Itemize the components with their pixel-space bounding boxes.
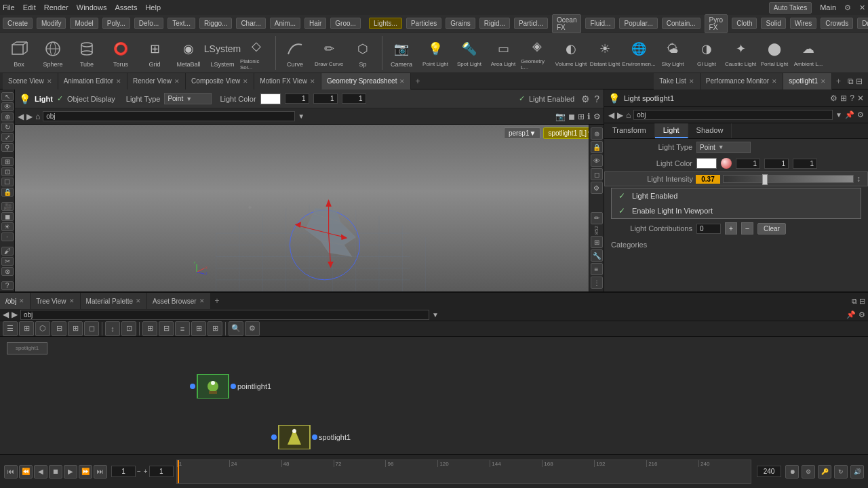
close-perf-monitor-icon[interactable]: ✕: [772, 78, 777, 85]
bt-zoom-out-btn[interactable]: ⚙: [245, 321, 260, 336]
close-take-list-icon[interactable]: ✕: [689, 78, 694, 85]
bt-align4-btn[interactable]: ⊞: [208, 321, 222, 336]
bt-zoom-in-btn[interactable]: 🔍: [229, 321, 243, 336]
light-color-r-prop[interactable]: [736, 159, 760, 169]
prop-tab-shadow[interactable]: Shadow: [688, 123, 732, 138]
wires-btn[interactable]: Wires: [790, 18, 817, 29]
particle-icon[interactable]: ·: [1, 232, 14, 241]
tl-audio-btn[interactable]: 🔊: [850, 465, 864, 479]
play-btn[interactable]: ▶: [64, 465, 77, 479]
vp-tool-5[interactable]: ⚙: [591, 182, 603, 194]
vp-tool-10[interactable]: ⋮: [591, 277, 603, 289]
tool-volumelight[interactable]: ◐ Volume Light: [555, 34, 587, 72]
tab-geometry-spreadsheet[interactable]: Geometry Spreadsheet ✕: [321, 73, 411, 89]
tool-ambientl[interactable]: ☁ Ambient L...: [792, 34, 825, 72]
ocean-btn[interactable]: Ocean FX: [552, 14, 581, 33]
vp-tool-1[interactable]: ⊕: [591, 127, 603, 140]
crowds-btn[interactable]: Crowds: [821, 18, 853, 29]
light-icon-left[interactable]: ☀: [1, 222, 14, 231]
defo-btn[interactable]: Defo...: [134, 18, 163, 29]
contain-btn[interactable]: Contain...: [662, 18, 701, 29]
light-intensity-val[interactable]: 0.37: [696, 175, 720, 184]
vp-tool-4[interactable]: ◻: [591, 168, 603, 180]
hair-btn[interactable]: Hair: [304, 18, 326, 29]
viewport-settings-icon[interactable]: ⚙: [593, 112, 601, 121]
tool-portallight[interactable]: ⬤ Portal Light: [758, 34, 791, 72]
dd-item-enable-viewport[interactable]: ✓ Enable Light In Viewport: [612, 203, 861, 218]
drive-btn[interactable]: Drive...: [857, 18, 868, 29]
snap-tool[interactable]: ⊞: [1, 157, 14, 166]
bottom-back-icon[interactable]: ◀: [3, 310, 9, 319]
frame-step-minus[interactable]: −: [136, 468, 142, 475]
menu-assets[interactable]: Assets: [115, 3, 137, 12]
bt-thumb-btn[interactable]: ◻: [84, 321, 99, 336]
tool-distantlight[interactable]: ☀ Distant Light: [589, 34, 621, 72]
bt-layout-btn[interactable]: ⊞: [142, 321, 157, 336]
bottom-split-icon[interactable]: ⊟: [859, 297, 865, 306]
bt-align-btn[interactable]: ⊟: [159, 321, 174, 336]
rp-home-icon[interactable]: ⌂: [626, 110, 631, 120]
rp-path-field[interactable]: [633, 110, 833, 120]
vp-tool-8[interactable]: 🔧: [591, 249, 603, 262]
menu-edit[interactable]: Edit: [23, 3, 36, 12]
tool-grid[interactable]: ⊞ Grid: [138, 34, 171, 72]
menu-render[interactable]: Render: [44, 3, 68, 12]
object-display-check[interactable]: ✓: [57, 94, 63, 103]
viewport-render-icon[interactable]: ◼: [568, 112, 575, 121]
pyro-btn[interactable]: Pyro FX: [705, 14, 728, 33]
modify-btn[interactable]: Modify: [37, 18, 66, 29]
panel-split-icon[interactable]: ⊟: [856, 77, 863, 86]
go-to-start-btn[interactable]: ⏮: [4, 465, 18, 479]
light-color-swatch-toolbar[interactable]: [260, 94, 281, 104]
tab-composite-view[interactable]: Composite View ✕: [186, 73, 254, 89]
tool-pointlight[interactable]: 💡 Point Light: [419, 34, 452, 72]
close-animation-editor-icon[interactable]: ✕: [116, 78, 121, 85]
viewport[interactable]: persp1▼ spotlight1 [L]▼: [15, 125, 604, 291]
rp-help-icon[interactable]: ?: [850, 94, 854, 103]
popular-btn[interactable]: Popular...: [619, 18, 657, 29]
riggo-btn[interactable]: Riggo...: [199, 18, 232, 29]
prop-tab-light[interactable]: Light: [655, 123, 688, 138]
anim-btn[interactable]: Anim...: [270, 18, 300, 29]
play-back-btn[interactable]: ◀: [34, 465, 47, 479]
light-color-g-prop[interactable]: [764, 159, 789, 169]
bt-sort-btn[interactable]: ↕: [105, 321, 120, 336]
light-help-icon[interactable]: ?: [594, 94, 599, 104]
tool-lsystem[interactable]: LSystem LSystem: [206, 34, 239, 72]
tl-keys-btn[interactable]: 🔑: [818, 465, 831, 479]
add-bottom-tab-icon[interactable]: +: [211, 296, 224, 306]
timeline-track[interactable]: 1 24 48 72 96 120 144 168 192 216 240: [176, 460, 751, 484]
rp-pin-icon[interactable]: 📌: [845, 110, 854, 119]
frame-end-input[interactable]: [149, 466, 174, 477]
tool-tube[interactable]: Tube: [71, 34, 103, 72]
tool-gilight[interactable]: ◑ GI Light: [690, 34, 723, 72]
close-scene-view-icon[interactable]: ✕: [47, 78, 52, 85]
paint-tool[interactable]: 🖌: [1, 247, 14, 256]
tab-take-list[interactable]: Take List ✕: [654, 73, 700, 89]
close-material-palette-icon[interactable]: ✕: [136, 298, 141, 304]
model-btn[interactable]: Model: [70, 18, 98, 29]
particles-btn[interactable]: Particles: [406, 18, 441, 29]
bt-tree-btn[interactable]: ⊞: [19, 321, 34, 336]
select-tool[interactable]: ↖: [1, 92, 14, 101]
bottom-tab-obj[interactable]: /obj ✕: [0, 293, 31, 309]
contrib-plus-btn[interactable]: +: [725, 222, 737, 235]
handle-tool[interactable]: ⚲: [1, 143, 14, 152]
bt-filter-btn[interactable]: ⊡: [121, 321, 136, 336]
tool-torus[interactable]: ⭕ Torus: [104, 34, 137, 72]
clear-btn[interactable]: Clear: [757, 223, 786, 235]
nav-back-icon[interactable]: ◀: [18, 112, 24, 121]
bottom-pin-icon[interactable]: 📌: [846, 310, 856, 319]
tool-curve[interactable]: Curve: [279, 34, 311, 72]
tool-sphere[interactable]: Sphere: [37, 34, 69, 72]
scale-tool[interactable]: ⤢: [1, 133, 14, 142]
stop-btn[interactable]: ⏹: [49, 465, 62, 479]
bottom-expand-icon[interactable]: ⧉: [852, 297, 857, 306]
render-icon[interactable]: ◼: [1, 212, 14, 221]
light-settings-icon[interactable]: ⚙: [581, 94, 590, 104]
end-frame-input[interactable]: [757, 466, 781, 477]
light-color-b-toolbar[interactable]: [342, 94, 366, 104]
vp-tool-3[interactable]: 👁: [591, 155, 603, 167]
bt-grid-btn[interactable]: ⊟: [52, 321, 66, 336]
help-icon-left[interactable]: ?: [1, 281, 14, 290]
